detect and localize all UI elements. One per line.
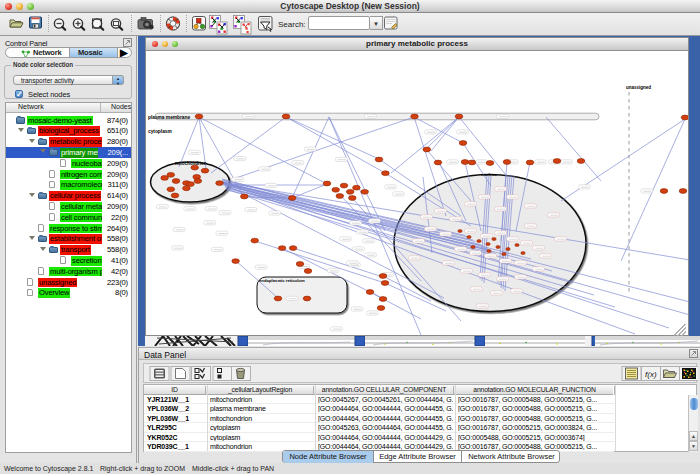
svg-text:unassigned: unassigned — [626, 85, 651, 90]
svg-text:f(x): f(x) — [645, 370, 657, 379]
svg-text:plasma membrane: plasma membrane — [148, 115, 190, 120]
svg-text:nucleus: nucleus — [481, 172, 497, 177]
svg-text:mitochondrion: mitochondrion — [175, 161, 207, 166]
svg-text:cytoplasm: cytoplasm — [148, 129, 172, 134]
svg-text:endoplasmic reticulum: endoplasmic reticulum — [259, 278, 305, 283]
